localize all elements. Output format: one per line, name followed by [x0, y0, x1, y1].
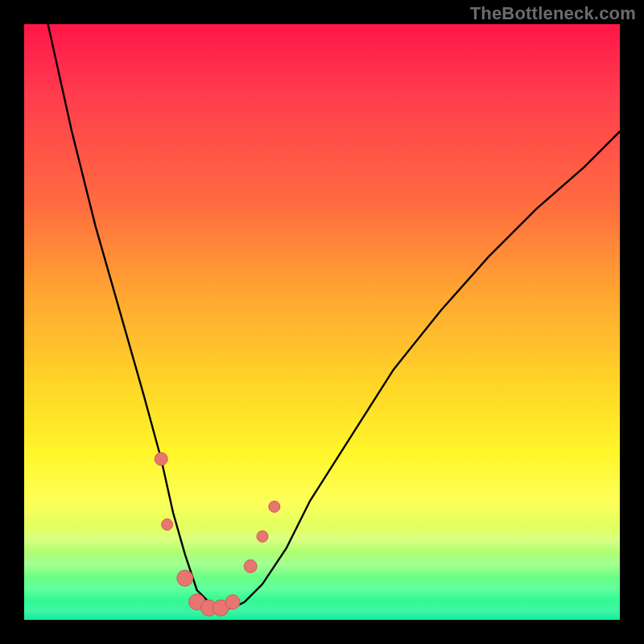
curve-marker — [155, 452, 167, 465]
curve-marker — [177, 570, 193, 586]
curve-marker — [257, 530, 268, 542]
curve-marker — [244, 559, 257, 572]
chart-frame: TheBottleneck.com line — [0, 0, 644, 644]
curve-marker — [269, 501, 280, 512]
curve-path — [24, 24, 620, 608]
curve-markers — [155, 452, 280, 616]
curve-marker — [162, 519, 173, 530]
bottleneck-curve — [24, 24, 620, 620]
curve-marker — [225, 595, 240, 609]
chart-type: line — [0, 0, 1, 1]
plot-area — [24, 24, 620, 620]
watermark-text: TheBottleneck.com — [470, 3, 636, 24]
